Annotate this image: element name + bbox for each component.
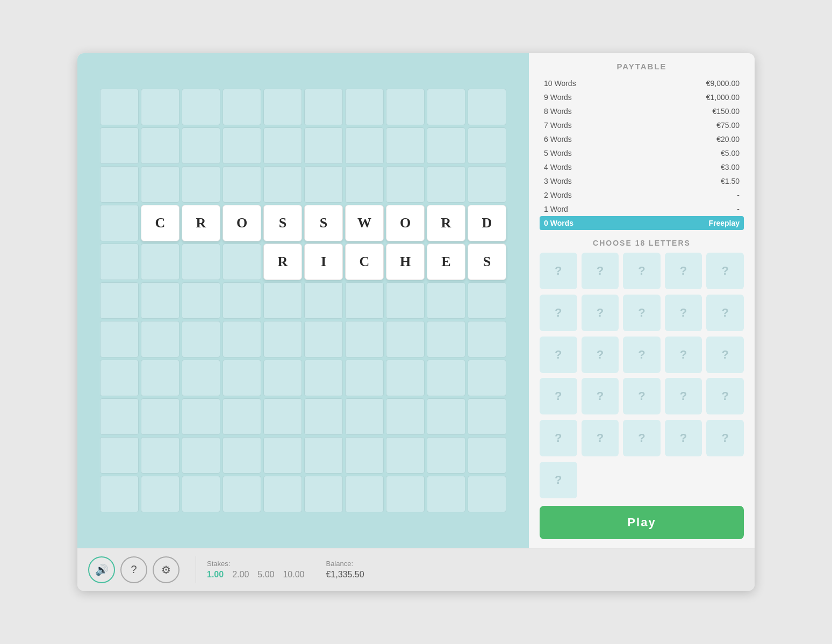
empty-cell xyxy=(427,166,465,203)
empty-cell xyxy=(223,476,261,512)
paytable-row: 10 Words €9,000.00 xyxy=(540,76,744,90)
letter-choice-button[interactable]: ? xyxy=(706,378,744,414)
empty-cell xyxy=(263,282,302,319)
letter-choice-button[interactable]: ? xyxy=(706,420,744,456)
letter-cell: H xyxy=(386,244,425,280)
empty-cell xyxy=(182,476,220,512)
empty-cell xyxy=(182,437,220,474)
letter-choice-button[interactable]: ? xyxy=(582,295,619,331)
letter-choice-button[interactable]: ? xyxy=(665,337,702,373)
stakes-label: Stakes: xyxy=(207,560,304,568)
empty-cell xyxy=(304,437,343,474)
empty-cell xyxy=(263,321,302,357)
choose-letters-title: CHOOSE 18 LETTERS xyxy=(540,239,744,247)
letter-cell: C xyxy=(141,205,180,241)
empty-cell xyxy=(345,360,384,396)
empty-cell xyxy=(427,89,465,125)
letter-choice-button[interactable]: ? xyxy=(623,378,661,414)
stakes-values: 1.002.005.0010.00 xyxy=(207,570,304,579)
letter-choice-button[interactable]: ? xyxy=(706,337,744,373)
paytable-prize: €75.00 xyxy=(716,121,740,130)
letter-choice-button[interactable]: ? xyxy=(540,253,577,289)
letter-cell: R xyxy=(263,244,302,280)
letter-choice-button[interactable]: ? xyxy=(540,337,577,373)
empty-cell xyxy=(182,282,220,319)
letter-choice-button[interactable]: ? xyxy=(706,295,744,331)
empty-cell xyxy=(263,127,302,164)
empty-cell xyxy=(223,360,261,396)
empty-cell xyxy=(386,321,425,357)
empty-cell xyxy=(263,437,302,474)
empty-cell xyxy=(100,476,139,512)
empty-cell xyxy=(263,166,302,203)
settings-icon: ⚙ xyxy=(161,563,171,576)
stakes-area: Stakes: 1.002.005.0010.00 xyxy=(207,560,304,579)
empty-cell xyxy=(141,282,180,319)
empty-cell xyxy=(427,360,465,396)
stake-option[interactable]: 5.00 xyxy=(257,570,274,579)
stake-option[interactable]: 10.00 xyxy=(283,570,304,579)
empty-cell xyxy=(223,321,261,357)
empty-cell xyxy=(427,282,465,319)
empty-cell xyxy=(345,437,384,474)
empty-cell xyxy=(182,89,220,125)
letter-choice-button[interactable]: ? xyxy=(665,378,702,414)
letter-choice-button[interactable]: ? xyxy=(540,295,577,331)
empty-cell xyxy=(468,476,506,512)
empty-cell xyxy=(304,360,343,396)
empty-cell xyxy=(100,321,139,357)
empty-cell xyxy=(141,89,180,125)
divider xyxy=(196,556,196,583)
letter-choice-button[interactable]: ? xyxy=(665,420,702,456)
letter-choice-button[interactable]: ? xyxy=(623,253,661,289)
letter-choice-button[interactable]: ? xyxy=(582,378,619,414)
empty-cell xyxy=(386,282,425,319)
help-button[interactable]: ? xyxy=(120,556,147,583)
empty-cell xyxy=(100,205,139,241)
empty-cell xyxy=(304,166,343,203)
play-button-right[interactable]: Play xyxy=(540,506,744,539)
empty-cell xyxy=(304,127,343,164)
empty-cell xyxy=(141,166,180,203)
empty-cell xyxy=(304,321,343,357)
empty-cell xyxy=(468,127,506,164)
letter-choice-button[interactable]: ? xyxy=(540,378,577,414)
letter-choice-button[interactable]: ? xyxy=(540,420,577,456)
letter-choice-button[interactable]: ? xyxy=(665,295,702,331)
letter-choice-button[interactable]: ? xyxy=(582,420,619,456)
paytable-title: PAYTABLE xyxy=(540,62,744,71)
empty-cell xyxy=(100,437,139,474)
empty-cell xyxy=(427,127,465,164)
letter-choice-button[interactable]: ? xyxy=(623,337,661,373)
empty-cell xyxy=(345,89,384,125)
stake-option[interactable]: 2.00 xyxy=(232,570,249,579)
paytable-prize: €150.00 xyxy=(712,107,740,116)
paytable-word-count: 1 Word xyxy=(544,205,737,213)
letter-choice-button[interactable]: ? xyxy=(665,253,702,289)
empty-cell xyxy=(468,321,506,357)
main-area: CROSSWORDRICHES PAYTABLE 10 Words €9,000… xyxy=(77,53,755,548)
paytable-prize: €20.00 xyxy=(716,135,740,144)
letter-choice-button[interactable]: ? xyxy=(582,253,619,289)
letter-cell: O xyxy=(386,205,425,241)
paytable-word-count: 8 Words xyxy=(544,107,712,116)
stake-option[interactable]: 1.00 xyxy=(207,570,224,579)
balance-area: Balance: €1,335.50 xyxy=(326,560,364,579)
empty-cell xyxy=(263,476,302,512)
paytable-row: 3 Words €1.50 xyxy=(540,174,744,188)
settings-button[interactable]: ⚙ xyxy=(153,556,180,583)
letter-cell: S xyxy=(263,205,302,241)
empty-cell xyxy=(100,166,139,203)
letter-choice-button[interactable]: ? xyxy=(623,420,661,456)
paytable-prize: €3.00 xyxy=(721,163,740,171)
paytable-prize: €9,000.00 xyxy=(706,79,740,88)
letter-choice-button[interactable]: ? xyxy=(706,253,744,289)
empty-cell xyxy=(345,398,384,435)
letter-choice-button[interactable]: ? xyxy=(582,337,619,373)
letter-choice-button[interactable]: ? xyxy=(623,295,661,331)
empty-cell xyxy=(223,282,261,319)
letter-cell: O xyxy=(223,205,261,241)
empty-cell xyxy=(304,476,343,512)
letter-choice-button[interactable]: ? xyxy=(540,462,577,498)
sound-button[interactable]: 🔊 xyxy=(88,556,115,583)
